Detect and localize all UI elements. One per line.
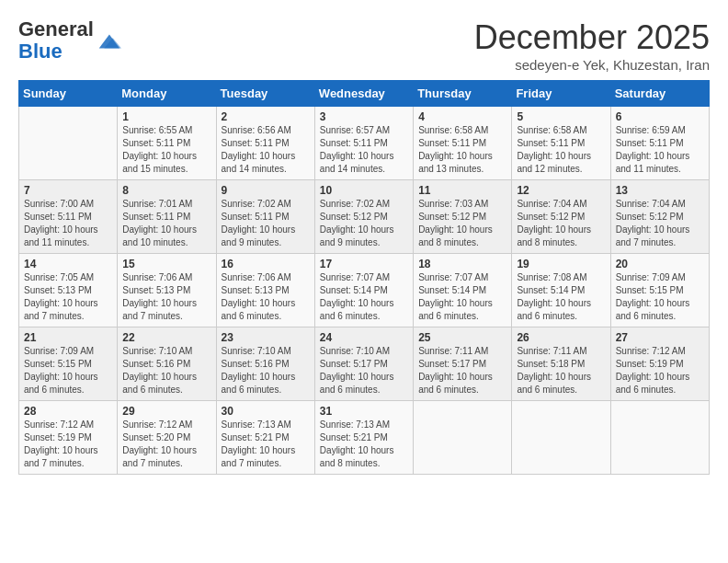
calendar-cell xyxy=(414,401,512,475)
calendar-cell: 21Sunrise: 7:09 AMSunset: 5:15 PMDayligh… xyxy=(19,327,118,401)
calendar-cell: 6Sunrise: 6:59 AMSunset: 5:11 PMDaylight… xyxy=(610,107,709,180)
day-number: 12 xyxy=(517,184,605,197)
day-number: 6 xyxy=(616,110,704,123)
day-info: Sunrise: 7:05 AMSunset: 5:13 PMDaylight:… xyxy=(24,271,112,323)
day-number: 8 xyxy=(122,184,210,197)
day-number: 18 xyxy=(418,258,506,270)
calendar-week-row: 1Sunrise: 6:55 AMSunset: 5:11 PMDaylight… xyxy=(19,107,710,180)
calendar-cell: 7Sunrise: 7:00 AMSunset: 5:11 PMDaylight… xyxy=(19,180,118,254)
day-info: Sunrise: 7:07 AMSunset: 5:14 PMDaylight:… xyxy=(418,271,506,323)
day-info: Sunrise: 6:57 AMSunset: 5:11 PMDaylight:… xyxy=(320,124,408,176)
calendar-cell: 13Sunrise: 7:04 AMSunset: 5:12 PMDayligh… xyxy=(610,180,709,254)
day-number: 27 xyxy=(616,331,704,344)
day-number: 9 xyxy=(222,184,310,197)
day-info: Sunrise: 7:12 AMSunset: 5:20 PMDaylight:… xyxy=(122,419,210,470)
day-info: Sunrise: 7:00 AMSunset: 5:11 PMDaylight:… xyxy=(24,198,112,249)
weekday-header: Thursday xyxy=(414,81,512,107)
calendar-cell: 15Sunrise: 7:06 AMSunset: 5:13 PMDayligh… xyxy=(118,254,216,327)
calendar-week-row: 21Sunrise: 7:09 AMSunset: 5:15 PMDayligh… xyxy=(19,327,710,401)
calendar-cell: 5Sunrise: 6:58 AMSunset: 5:11 PMDaylight… xyxy=(512,107,610,180)
weekday-header: Wednesday xyxy=(314,81,413,107)
calendar-cell: 9Sunrise: 7:02 AMSunset: 5:11 PMDaylight… xyxy=(216,180,314,254)
day-info: Sunrise: 7:13 AMSunset: 5:21 PMDaylight:… xyxy=(222,419,310,470)
day-number: 25 xyxy=(418,331,506,344)
day-info: Sunrise: 6:56 AMSunset: 5:11 PMDaylight:… xyxy=(222,124,310,176)
day-info: Sunrise: 7:12 AMSunset: 5:19 PMDaylight:… xyxy=(616,345,704,396)
calendar-cell xyxy=(19,107,118,180)
calendar-cell: 19Sunrise: 7:08 AMSunset: 5:14 PMDayligh… xyxy=(512,254,610,327)
weekday-header: Friday xyxy=(512,81,610,107)
day-info: Sunrise: 7:09 AMSunset: 5:15 PMDaylight:… xyxy=(24,345,112,396)
calendar-cell: 31Sunrise: 7:13 AMSunset: 5:21 PMDayligh… xyxy=(314,401,413,475)
calendar-cell xyxy=(610,401,709,475)
day-info: Sunrise: 6:58 AMSunset: 5:11 PMDaylight:… xyxy=(418,124,506,176)
calendar-cell: 10Sunrise: 7:02 AMSunset: 5:12 PMDayligh… xyxy=(314,180,413,254)
day-number: 26 xyxy=(517,331,605,344)
page-header: General Blue December 2025 sedeyen-e Yek… xyxy=(18,18,710,73)
day-info: Sunrise: 7:08 AMSunset: 5:14 PMDaylight:… xyxy=(517,271,605,323)
weekday-header: Tuesday xyxy=(216,81,314,107)
day-number: 14 xyxy=(24,258,112,270)
day-info: Sunrise: 6:58 AMSunset: 5:11 PMDaylight:… xyxy=(517,124,605,176)
day-info: Sunrise: 7:10 AMSunset: 5:17 PMDaylight:… xyxy=(320,345,408,396)
day-number: 29 xyxy=(122,405,210,418)
day-info: Sunrise: 7:09 AMSunset: 5:15 PMDaylight:… xyxy=(616,271,704,323)
calendar-cell: 3Sunrise: 6:57 AMSunset: 5:11 PMDaylight… xyxy=(314,107,413,180)
calendar-cell: 4Sunrise: 6:58 AMSunset: 5:11 PMDaylight… xyxy=(414,107,512,180)
weekday-header: Sunday xyxy=(19,81,118,107)
calendar-cell: 1Sunrise: 6:55 AMSunset: 5:11 PMDaylight… xyxy=(118,107,216,180)
day-number: 7 xyxy=(24,184,112,197)
day-info: Sunrise: 7:01 AMSunset: 5:11 PMDaylight:… xyxy=(122,198,210,249)
day-info: Sunrise: 7:10 AMSunset: 5:16 PMDaylight:… xyxy=(222,345,310,396)
calendar-cell xyxy=(512,401,610,475)
day-number: 21 xyxy=(24,331,112,344)
day-info: Sunrise: 7:02 AMSunset: 5:12 PMDaylight:… xyxy=(320,198,408,249)
day-number: 15 xyxy=(122,258,210,270)
day-info: Sunrise: 7:11 AMSunset: 5:18 PMDaylight:… xyxy=(517,345,605,396)
day-info: Sunrise: 7:06 AMSunset: 5:13 PMDaylight:… xyxy=(222,271,310,323)
calendar-cell: 24Sunrise: 7:10 AMSunset: 5:17 PMDayligh… xyxy=(314,327,413,401)
calendar-cell: 23Sunrise: 7:10 AMSunset: 5:16 PMDayligh… xyxy=(216,327,314,401)
calendar-table: SundayMondayTuesdayWednesdayThursdayFrid… xyxy=(18,80,710,475)
day-number: 17 xyxy=(320,258,408,270)
day-number: 22 xyxy=(122,331,210,344)
day-number: 28 xyxy=(24,405,112,418)
day-info: Sunrise: 7:04 AMSunset: 5:12 PMDaylight:… xyxy=(616,198,704,249)
day-number: 1 xyxy=(122,110,210,123)
day-number: 20 xyxy=(616,258,704,270)
day-number: 2 xyxy=(222,110,310,123)
calendar-week-row: 28Sunrise: 7:12 AMSunset: 5:19 PMDayligh… xyxy=(19,401,710,475)
day-info: Sunrise: 7:10 AMSunset: 5:16 PMDaylight:… xyxy=(122,345,210,396)
weekday-header: Saturday xyxy=(610,81,709,107)
calendar-week-row: 7Sunrise: 7:00 AMSunset: 5:11 PMDaylight… xyxy=(19,180,710,254)
logo: General Blue xyxy=(18,18,121,63)
day-info: Sunrise: 7:12 AMSunset: 5:19 PMDaylight:… xyxy=(24,419,112,470)
weekday-header: Monday xyxy=(118,81,216,107)
calendar-week-row: 14Sunrise: 7:05 AMSunset: 5:13 PMDayligh… xyxy=(19,254,710,327)
day-info: Sunrise: 7:02 AMSunset: 5:11 PMDaylight:… xyxy=(222,198,310,249)
logo-general-text: General xyxy=(18,17,94,40)
calendar-cell: 8Sunrise: 7:01 AMSunset: 5:11 PMDaylight… xyxy=(118,180,216,254)
title-area: December 2025 sedeyen-e Yek, Khuzestan, … xyxy=(474,18,710,73)
day-number: 3 xyxy=(320,110,408,123)
day-info: Sunrise: 6:59 AMSunset: 5:11 PMDaylight:… xyxy=(616,124,704,176)
calendar-cell: 20Sunrise: 7:09 AMSunset: 5:15 PMDayligh… xyxy=(610,254,709,327)
logo-blue-text: Blue xyxy=(18,40,63,63)
day-info: Sunrise: 7:13 AMSunset: 5:21 PMDaylight:… xyxy=(320,419,408,470)
day-info: Sunrise: 7:07 AMSunset: 5:14 PMDaylight:… xyxy=(320,271,408,323)
calendar-cell: 12Sunrise: 7:04 AMSunset: 5:12 PMDayligh… xyxy=(512,180,610,254)
calendar-cell: 28Sunrise: 7:12 AMSunset: 5:19 PMDayligh… xyxy=(19,401,118,475)
calendar-cell: 2Sunrise: 6:56 AMSunset: 5:11 PMDaylight… xyxy=(216,107,314,180)
day-info: Sunrise: 6:55 AMSunset: 5:11 PMDaylight:… xyxy=(122,124,210,176)
day-info: Sunrise: 7:03 AMSunset: 5:12 PMDaylight:… xyxy=(418,198,506,249)
calendar-cell: 30Sunrise: 7:13 AMSunset: 5:21 PMDayligh… xyxy=(216,401,314,475)
day-info: Sunrise: 7:04 AMSunset: 5:12 PMDaylight:… xyxy=(517,198,605,249)
calendar-cell: 18Sunrise: 7:07 AMSunset: 5:14 PMDayligh… xyxy=(414,254,512,327)
day-number: 19 xyxy=(517,258,605,270)
calendar-cell: 27Sunrise: 7:12 AMSunset: 5:19 PMDayligh… xyxy=(610,327,709,401)
day-number: 10 xyxy=(320,184,408,197)
day-number: 23 xyxy=(222,331,310,344)
day-number: 4 xyxy=(418,110,506,123)
day-info: Sunrise: 7:11 AMSunset: 5:17 PMDaylight:… xyxy=(418,345,506,396)
calendar-cell: 26Sunrise: 7:11 AMSunset: 5:18 PMDayligh… xyxy=(512,327,610,401)
